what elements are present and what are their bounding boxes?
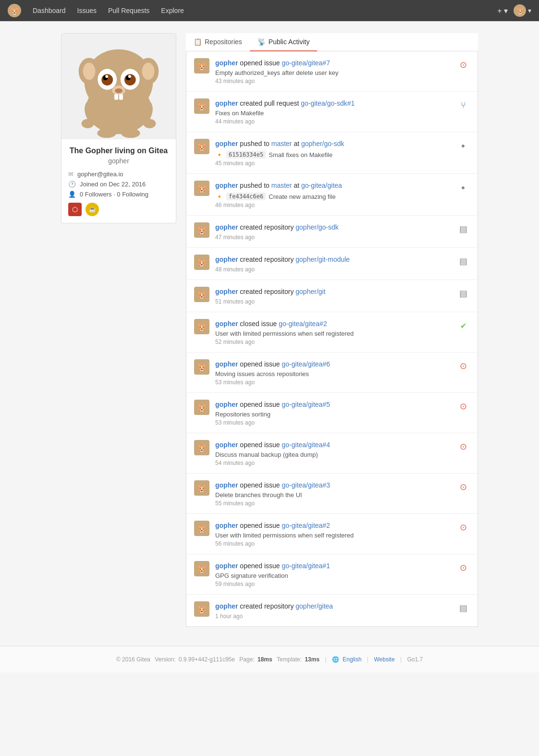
- footer-go-version: Go1.7: [407, 656, 423, 663]
- navbar-link-pullrequests[interactable]: Pull Requests: [102, 0, 155, 21]
- activity-body: gopher created repository gopher/gitea1 …: [215, 601, 451, 620]
- footer-version-label: Version: 0.9.99+442-g111c95e: [155, 656, 236, 663]
- profile-email-item: ✉ gopher@gitea.io: [68, 171, 169, 178]
- activity-title: gopher created repository gopher/go-sdk: [215, 222, 451, 232]
- activity-description: Empty authorized_keys after delete user …: [215, 69, 451, 76]
- activity-time: 53 minutes ago: [215, 379, 451, 386]
- profile-info: The Gopher living on Gitea gopher ✉ goph…: [61, 139, 176, 223]
- activity-target-link[interactable]: go-gitea/gitea#7: [282, 59, 330, 67]
- activity-user-link[interactable]: gopher: [215, 223, 238, 231]
- commit-sha-link[interactable]: fe4344c6e6: [226, 193, 266, 200]
- email-icon: ✉: [68, 171, 74, 178]
- activity-branch-link[interactable]: master: [271, 182, 292, 189]
- activity-avatar: 🐹: [194, 601, 209, 617]
- activity-avatar: 🐹: [194, 521, 209, 536]
- add-button[interactable]: + ▾: [493, 4, 512, 17]
- activity-user-link[interactable]: gopher: [215, 99, 238, 107]
- commit-message: Create new amazing file: [269, 193, 335, 200]
- activity-target-link[interactable]: go-gitea/gitea#1: [282, 562, 330, 570]
- activity-user-link[interactable]: gopher: [215, 360, 238, 368]
- activity-list: 🐹gopher opened issue go-gitea/gitea#7Emp…: [186, 51, 478, 627]
- activity-description: User with limited permissions when self …: [215, 330, 451, 337]
- activity-title: gopher created repository gopher/git: [215, 287, 451, 297]
- activity-type-icon: ⊙: [456, 440, 470, 453]
- activity-target-link[interactable]: go-gitea/gitea#4: [282, 441, 330, 449]
- activity-repo-link[interactable]: gopher/go-sdk: [301, 140, 344, 147]
- footer: © 2016 Gitea Version: 0.9.99+442-g111c95…: [0, 646, 539, 672]
- activity-title: gopher opened issue go-gitea/gitea#5: [215, 400, 451, 410]
- tab-public-activity[interactable]: 📡 Public Activity: [250, 33, 318, 51]
- svg-point-23: [97, 128, 116, 138]
- footer-copyright: © 2016 Gitea: [116, 656, 150, 663]
- activity-target-link[interactable]: gopher/git-module: [295, 256, 350, 263]
- navbar: 🐹 Dashboard Issues Pull Requests Explore…: [0, 0, 539, 22]
- activity-time: 45 minutes ago: [215, 160, 451, 167]
- profile-joined: Joined on Dec 22, 2016: [80, 181, 146, 188]
- activity-item: 🐹gopher pushed to master at gopher/go-sd…: [186, 132, 478, 174]
- activity-user-link[interactable]: gopher: [215, 140, 238, 147]
- activity-item: 🐹gopher created repository gopher/git-mo…: [186, 248, 478, 280]
- activity-target-link[interactable]: go-gitea/gitea#2: [282, 522, 330, 529]
- commit-sha-link[interactable]: 61516334e5: [226, 151, 266, 159]
- activity-item: 🐹gopher opened issue go-gitea/gitea#3Del…: [186, 474, 478, 514]
- activity-user-link[interactable]: gopher: [215, 522, 238, 529]
- activity-time: 51 minutes ago: [215, 298, 451, 305]
- activity-target-link[interactable]: go-gitea/gitea#6: [282, 360, 330, 368]
- content: 📋 Repositories 📡 Public Activity 🐹gopher…: [186, 33, 478, 627]
- activity-avatar: 🐹: [194, 359, 209, 375]
- navbar-link-issues[interactable]: Issues: [72, 0, 102, 21]
- activity-title: gopher closed issue go-gitea/gitea#2: [215, 319, 451, 329]
- activity-user-link[interactable]: gopher: [215, 320, 238, 328]
- activity-user-link[interactable]: gopher: [215, 256, 238, 263]
- activity-target-link[interactable]: go-gitea/gitea#3: [282, 481, 330, 489]
- profile-meta: ✉ gopher@gitea.io 🕐 Joined on Dec 22, 20…: [68, 171, 169, 198]
- profile-email: gopher@gitea.io: [77, 171, 123, 178]
- activity-description: Fixes on Makefile: [215, 110, 451, 117]
- activity-user-link[interactable]: gopher: [215, 562, 238, 570]
- tab-repositories[interactable]: 📋 Repositories: [186, 33, 250, 51]
- activity-user-link[interactable]: gopher: [215, 59, 238, 67]
- navbar-link-explore[interactable]: Explore: [155, 0, 189, 21]
- footer-website[interactable]: Website: [374, 656, 394, 663]
- activity-description: Discuss manual backup (gitea dump): [215, 451, 451, 458]
- activity-item: 🐹gopher created pull request go-gitea/go…: [186, 92, 478, 132]
- navbar-avatar[interactable]: 🐹: [514, 4, 526, 17]
- activity-user-link[interactable]: gopher: [215, 602, 238, 610]
- activity-user-link[interactable]: gopher: [215, 401, 238, 408]
- activity-repo-link[interactable]: go-gitea/gitea: [301, 182, 342, 189]
- activity-description: Moving issues across repositories: [215, 370, 451, 378]
- activity-target-link[interactable]: gopher/git: [295, 288, 325, 295]
- activity-type-icon: ⊙: [456, 561, 470, 574]
- footer-separator3: |: [400, 656, 402, 663]
- activity-user-link[interactable]: gopher: [215, 182, 238, 189]
- activity-user-link[interactable]: gopher: [215, 481, 238, 489]
- navbar-user-chevron[interactable]: ▾: [528, 7, 531, 14]
- activity-target-link[interactable]: gopher/gitea: [295, 602, 333, 610]
- activity-target-link[interactable]: go-gitea/gitea#5: [282, 401, 330, 408]
- activity-type-icon: ⊙: [456, 359, 470, 373]
- footer-language[interactable]: English: [343, 656, 361, 663]
- activity-target-link[interactable]: go-gitea/go-sdk#1: [301, 99, 355, 107]
- svg-point-22: [144, 119, 156, 128]
- activity-target-link[interactable]: gopher/go-sdk: [295, 223, 339, 231]
- activity-item: 🐹gopher opened issue go-gitea/gitea#5Rep…: [186, 393, 478, 433]
- svg-point-6: [142, 62, 155, 80]
- activity-item: 🐹gopher created repository gopher/git51 …: [186, 280, 478, 312]
- gopher-avatar-svg: [61, 34, 176, 139]
- navbar-link-dashboard[interactable]: Dashboard: [27, 0, 72, 21]
- footer-template-time: 13ms: [305, 656, 319, 663]
- activity-time: 54 minutes ago: [215, 460, 451, 466]
- navbar-logo: 🐹: [8, 4, 21, 17]
- svg-point-4: [83, 62, 96, 80]
- activity-avatar: 🐹: [194, 440, 209, 455]
- activity-user-link[interactable]: gopher: [215, 441, 238, 449]
- activity-user-link[interactable]: gopher: [215, 288, 238, 295]
- svg-point-24: [121, 128, 140, 138]
- activity-target-link[interactable]: go-gitea/gitea#2: [279, 320, 327, 328]
- activity-title: gopher pushed to master at go-gitea/gite…: [215, 181, 451, 191]
- activity-body: gopher created repository gopher/git-mod…: [215, 255, 451, 273]
- activity-avatar: 🐹: [194, 561, 209, 576]
- activity-branch-link[interactable]: master: [271, 140, 292, 147]
- activity-title: gopher created repository gopher/git-mod…: [215, 255, 451, 265]
- activity-avatar: 🐹: [194, 480, 209, 496]
